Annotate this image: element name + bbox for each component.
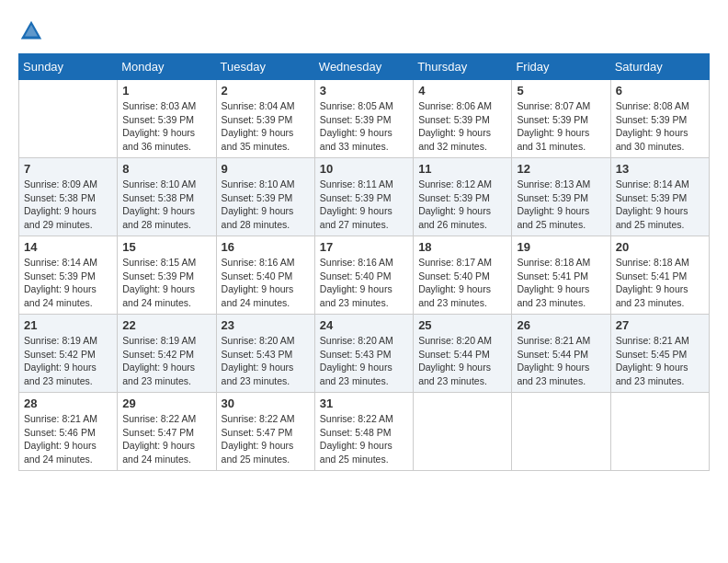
calendar-week-row: 14Sunrise: 8:14 AM Sunset: 5:39 PM Dayli… bbox=[19, 236, 710, 315]
calendar-day-cell: 8Sunrise: 8:10 AM Sunset: 5:38 PM Daylig… bbox=[118, 158, 216, 236]
day-number: 6 bbox=[616, 84, 704, 98]
calendar-day-cell: 2Sunrise: 8:04 AM Sunset: 5:39 PM Daylig… bbox=[216, 80, 314, 158]
day-info: Sunrise: 8:22 AM Sunset: 5:47 PM Dayligh… bbox=[222, 412, 310, 466]
day-info: Sunrise: 8:11 AM Sunset: 5:39 PM Dayligh… bbox=[320, 178, 408, 232]
calendar-day-cell: 1Sunrise: 8:03 AM Sunset: 5:39 PM Daylig… bbox=[118, 80, 216, 158]
day-info: Sunrise: 8:06 AM Sunset: 5:39 PM Dayligh… bbox=[418, 99, 506, 154]
calendar-day-cell: 16Sunrise: 8:16 AM Sunset: 5:40 PM Dayli… bbox=[216, 236, 314, 315]
day-number: 7 bbox=[24, 162, 112, 176]
day-number: 14 bbox=[24, 240, 112, 254]
day-number: 30 bbox=[222, 396, 310, 410]
calendar-day-cell: 27Sunrise: 8:21 AM Sunset: 5:45 PM Dayli… bbox=[610, 315, 709, 393]
calendar-day-cell: 19Sunrise: 8:18 AM Sunset: 5:41 PM Dayli… bbox=[512, 236, 610, 315]
calendar-day-cell: 24Sunrise: 8:20 AM Sunset: 5:43 PM Dayli… bbox=[314, 315, 413, 393]
day-info: Sunrise: 8:16 AM Sunset: 5:40 PM Dayligh… bbox=[320, 256, 408, 310]
calendar-day-cell: 22Sunrise: 8:19 AM Sunset: 5:42 PM Dayli… bbox=[118, 315, 216, 393]
day-info: Sunrise: 8:22 AM Sunset: 5:47 PM Dayligh… bbox=[122, 412, 210, 466]
day-of-week-header: Sunday bbox=[19, 54, 118, 80]
day-number: 20 bbox=[616, 240, 704, 254]
day-of-week-header: Tuesday bbox=[216, 54, 314, 80]
day-number: 3 bbox=[320, 84, 408, 98]
calendar-header-row: SundayMondayTuesdayWednesdayThursdayFrid… bbox=[19, 54, 710, 80]
day-of-week-header: Monday bbox=[118, 54, 216, 80]
calendar-day-cell: 5Sunrise: 8:07 AM Sunset: 5:39 PM Daylig… bbox=[512, 80, 610, 158]
calendar-day-cell: 25Sunrise: 8:20 AM Sunset: 5:44 PM Dayli… bbox=[414, 315, 512, 393]
day-number: 24 bbox=[320, 318, 408, 332]
day-info: Sunrise: 8:09 AM Sunset: 5:38 PM Dayligh… bbox=[24, 178, 112, 232]
day-info: Sunrise: 8:19 AM Sunset: 5:42 PM Dayligh… bbox=[24, 334, 112, 388]
day-number: 4 bbox=[418, 84, 506, 98]
calendar-day-cell: 28Sunrise: 8:21 AM Sunset: 5:46 PM Dayli… bbox=[19, 393, 118, 471]
day-number: 1 bbox=[122, 84, 210, 98]
day-info: Sunrise: 8:20 AM Sunset: 5:43 PM Dayligh… bbox=[222, 334, 310, 388]
day-info: Sunrise: 8:18 AM Sunset: 5:41 PM Dayligh… bbox=[616, 256, 704, 310]
day-number: 16 bbox=[222, 240, 310, 254]
day-number: 11 bbox=[418, 162, 506, 176]
day-number: 28 bbox=[24, 396, 112, 410]
calendar-day-cell: 10Sunrise: 8:11 AM Sunset: 5:39 PM Dayli… bbox=[314, 158, 413, 236]
day-of-week-header: Wednesday bbox=[314, 54, 413, 80]
day-of-week-header: Thursday bbox=[414, 54, 512, 80]
day-number: 22 bbox=[122, 318, 210, 332]
day-number: 13 bbox=[616, 162, 704, 176]
calendar-week-row: 28Sunrise: 8:21 AM Sunset: 5:46 PM Dayli… bbox=[19, 393, 710, 471]
day-info: Sunrise: 8:22 AM Sunset: 5:48 PM Dayligh… bbox=[320, 412, 408, 466]
calendar-day-cell: 7Sunrise: 8:09 AM Sunset: 5:38 PM Daylig… bbox=[19, 158, 118, 236]
calendar-day-cell: 6Sunrise: 8:08 AM Sunset: 5:39 PM Daylig… bbox=[610, 80, 709, 158]
day-number: 19 bbox=[517, 240, 605, 254]
calendar-day-cell: 31Sunrise: 8:22 AM Sunset: 5:48 PM Dayli… bbox=[314, 393, 413, 471]
day-number: 9 bbox=[222, 162, 310, 176]
calendar-day-cell bbox=[19, 80, 118, 158]
calendar-day-cell: 30Sunrise: 8:22 AM Sunset: 5:47 PM Dayli… bbox=[216, 393, 314, 471]
logo-icon bbox=[18, 18, 44, 44]
day-info: Sunrise: 8:13 AM Sunset: 5:39 PM Dayligh… bbox=[517, 178, 605, 232]
day-number: 26 bbox=[517, 318, 605, 332]
calendar-day-cell: 12Sunrise: 8:13 AM Sunset: 5:39 PM Dayli… bbox=[512, 158, 610, 236]
day-info: Sunrise: 8:08 AM Sunset: 5:39 PM Dayligh… bbox=[616, 99, 704, 154]
calendar-week-row: 21Sunrise: 8:19 AM Sunset: 5:42 PM Dayli… bbox=[19, 315, 710, 393]
day-info: Sunrise: 8:10 AM Sunset: 5:39 PM Dayligh… bbox=[222, 178, 310, 232]
day-info: Sunrise: 8:20 AM Sunset: 5:43 PM Dayligh… bbox=[320, 334, 408, 388]
day-number: 15 bbox=[122, 240, 210, 254]
day-info: Sunrise: 8:21 AM Sunset: 5:45 PM Dayligh… bbox=[616, 334, 704, 388]
day-number: 5 bbox=[517, 84, 605, 98]
day-info: Sunrise: 8:15 AM Sunset: 5:39 PM Dayligh… bbox=[122, 256, 210, 310]
day-of-week-header: Saturday bbox=[610, 54, 709, 80]
day-info: Sunrise: 8:18 AM Sunset: 5:41 PM Dayligh… bbox=[517, 256, 605, 310]
calendar-day-cell: 14Sunrise: 8:14 AM Sunset: 5:39 PM Dayli… bbox=[19, 236, 118, 315]
day-info: Sunrise: 8:16 AM Sunset: 5:40 PM Dayligh… bbox=[222, 256, 310, 310]
day-number: 21 bbox=[24, 318, 112, 332]
day-info: Sunrise: 8:04 AM Sunset: 5:39 PM Dayligh… bbox=[222, 99, 310, 154]
logo bbox=[18, 18, 48, 44]
calendar-day-cell: 15Sunrise: 8:15 AM Sunset: 5:39 PM Dayli… bbox=[118, 236, 216, 315]
day-number: 31 bbox=[320, 396, 408, 410]
calendar-table: SundayMondayTuesdayWednesdayThursdayFrid… bbox=[18, 53, 710, 471]
day-info: Sunrise: 8:05 AM Sunset: 5:39 PM Dayligh… bbox=[320, 99, 408, 154]
day-number: 23 bbox=[222, 318, 310, 332]
day-info: Sunrise: 8:14 AM Sunset: 5:39 PM Dayligh… bbox=[616, 178, 704, 232]
calendar-day-cell bbox=[610, 393, 709, 471]
calendar-day-cell: 13Sunrise: 8:14 AM Sunset: 5:39 PM Dayli… bbox=[610, 158, 709, 236]
day-number: 29 bbox=[122, 396, 210, 410]
calendar-day-cell: 23Sunrise: 8:20 AM Sunset: 5:43 PM Dayli… bbox=[216, 315, 314, 393]
day-number: 8 bbox=[122, 162, 210, 176]
day-info: Sunrise: 8:17 AM Sunset: 5:40 PM Dayligh… bbox=[418, 256, 506, 310]
calendar-week-row: 7Sunrise: 8:09 AM Sunset: 5:38 PM Daylig… bbox=[19, 158, 710, 236]
calendar-day-cell: 18Sunrise: 8:17 AM Sunset: 5:40 PM Dayli… bbox=[414, 236, 512, 315]
calendar-day-cell: 29Sunrise: 8:22 AM Sunset: 5:47 PM Dayli… bbox=[118, 393, 216, 471]
day-number: 10 bbox=[320, 162, 408, 176]
page-header bbox=[18, 18, 710, 44]
calendar-day-cell bbox=[512, 393, 610, 471]
calendar-day-cell: 26Sunrise: 8:21 AM Sunset: 5:44 PM Dayli… bbox=[512, 315, 610, 393]
calendar-day-cell: 21Sunrise: 8:19 AM Sunset: 5:42 PM Dayli… bbox=[19, 315, 118, 393]
day-number: 18 bbox=[418, 240, 506, 254]
day-info: Sunrise: 8:19 AM Sunset: 5:42 PM Dayligh… bbox=[122, 334, 210, 388]
day-info: Sunrise: 8:03 AM Sunset: 5:39 PM Dayligh… bbox=[122, 99, 210, 154]
day-info: Sunrise: 8:21 AM Sunset: 5:46 PM Dayligh… bbox=[24, 412, 112, 466]
calendar-day-cell: 9Sunrise: 8:10 AM Sunset: 5:39 PM Daylig… bbox=[216, 158, 314, 236]
calendar-day-cell: 4Sunrise: 8:06 AM Sunset: 5:39 PM Daylig… bbox=[414, 80, 512, 158]
day-info: Sunrise: 8:21 AM Sunset: 5:44 PM Dayligh… bbox=[517, 334, 605, 388]
day-number: 17 bbox=[320, 240, 408, 254]
day-info: Sunrise: 8:14 AM Sunset: 5:39 PM Dayligh… bbox=[24, 256, 112, 310]
day-number: 12 bbox=[517, 162, 605, 176]
